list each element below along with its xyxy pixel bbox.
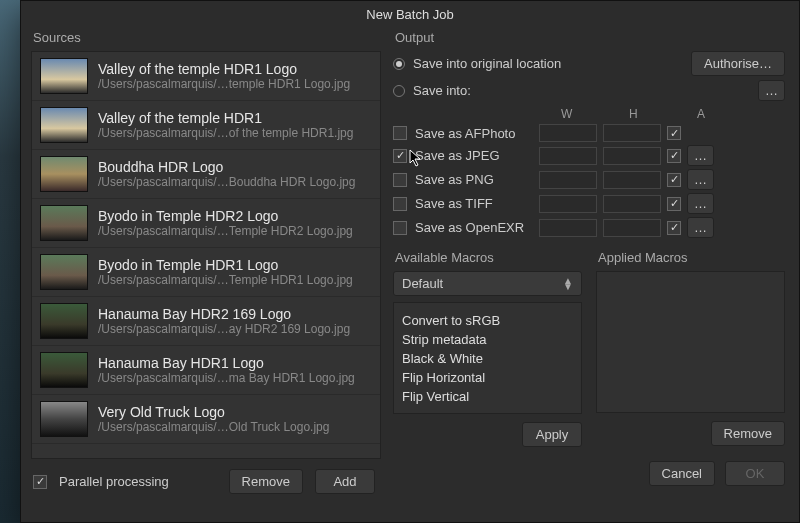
sources-label: Sources	[33, 30, 381, 45]
remove-macro-button[interactable]: Remove	[711, 421, 785, 446]
batch-job-dialog: New Batch Job Sources Valley of the temp…	[20, 0, 800, 523]
sources-add-button[interactable]: Add	[315, 469, 375, 494]
format-aspect-checkbox[interactable]	[667, 149, 681, 163]
macro-item[interactable]: Convert to sRGB	[402, 313, 573, 328]
format-label: Save as PNG	[415, 172, 494, 187]
format-label: Save as JPEG	[415, 148, 500, 163]
source-item[interactable]: Valley of the temple HDR1/Users/pascalma…	[32, 101, 380, 150]
macro-item[interactable]: Flip Vertical	[402, 389, 573, 404]
source-path: /Users/pascalmarquis/…ay HDR2 169 Logo.j…	[98, 322, 350, 336]
format-width-input[interactable]	[539, 171, 597, 189]
updown-icon: ▲▼	[563, 278, 573, 290]
source-name: Hanauma Bay HDR2 169 Logo	[98, 306, 350, 322]
macro-category-value: Default	[402, 276, 443, 291]
macro-item[interactable]: Flip Horizontal	[402, 370, 573, 385]
source-item[interactable]: Hanauma Bay HDR2 169 Logo/Users/pascalma…	[32, 297, 380, 346]
available-macros-actions: Apply	[393, 422, 582, 447]
source-thumbnail	[40, 352, 88, 388]
source-thumbnail	[40, 303, 88, 339]
left-panel: Sources Valley of the temple HDR1 Logo/U…	[21, 28, 381, 521]
source-thumbnail	[40, 205, 88, 241]
applied-macros-col: Applied Macros Remove	[596, 248, 785, 447]
format-row: Save as TIFF…	[393, 193, 785, 214]
format-aspect-checkbox[interactable]	[667, 197, 681, 211]
save-original-radio[interactable]	[393, 58, 405, 70]
format-checkbox[interactable]	[393, 197, 407, 211]
format-height-input[interactable]	[603, 219, 661, 237]
source-thumbnail	[40, 107, 88, 143]
save-original-row: Save into original location Authorise…	[393, 51, 785, 76]
source-thumbnail	[40, 401, 88, 437]
parallel-processing-checkbox[interactable]	[33, 475, 47, 489]
source-texts: Byodo in Temple HDR1 Logo/Users/pascalma…	[98, 257, 353, 287]
source-item[interactable]: Byodo in Temple HDR1 Logo/Users/pascalma…	[32, 248, 380, 297]
format-options-button[interactable]: …	[687, 169, 714, 190]
applied-macros-list[interactable]	[596, 271, 785, 413]
parallel-processing-label: Parallel processing	[59, 474, 169, 489]
source-texts: Valley of the temple HDR1 Logo/Users/pas…	[98, 61, 350, 91]
source-item[interactable]: Hanauma Bay HDR1 Logo/Users/pascalmarqui…	[32, 346, 380, 395]
format-checkbox[interactable]	[393, 221, 407, 235]
dialog-footer: Cancel OK	[393, 461, 785, 486]
format-width-input[interactable]	[539, 219, 597, 237]
format-checkbox[interactable]	[393, 149, 407, 163]
source-texts: Bouddha HDR Logo/Users/pascalmarquis/…Bo…	[98, 159, 355, 189]
source-name: Byodo in Temple HDR2 Logo	[98, 208, 353, 224]
dialog-content: Sources Valley of the temple HDR1 Logo/U…	[21, 28, 799, 521]
save-into-browse-button[interactable]: …	[758, 80, 785, 101]
save-into-label: Save into:	[413, 83, 471, 98]
macro-item[interactable]: Strip metadata	[402, 332, 573, 347]
format-width-input[interactable]	[539, 124, 597, 142]
format-width-input[interactable]	[539, 195, 597, 213]
source-texts: Hanauma Bay HDR2 169 Logo/Users/pascalma…	[98, 306, 350, 336]
ok-button[interactable]: OK	[725, 461, 785, 486]
available-macros-list[interactable]: Convert to sRGBStrip metadataBlack & Whi…	[393, 302, 582, 414]
format-height-input[interactable]	[603, 147, 661, 165]
authorise-button[interactable]: Authorise…	[691, 51, 785, 76]
format-height-input[interactable]	[603, 124, 661, 142]
format-checkbox[interactable]	[393, 126, 407, 140]
sources-remove-button[interactable]: Remove	[229, 469, 303, 494]
format-height-input[interactable]	[603, 171, 661, 189]
available-macros-col: Available Macros Default ▲▼ Convert to s…	[393, 248, 582, 447]
source-path: /Users/pascalmarquis/…ma Bay HDR1 Logo.j…	[98, 371, 355, 385]
format-aspect-checkbox[interactable]	[667, 126, 681, 140]
format-options-button[interactable]: …	[687, 193, 714, 214]
col-h-label: H	[629, 107, 689, 121]
format-width-input[interactable]	[539, 147, 597, 165]
source-thumbnail	[40, 156, 88, 192]
format-height-input[interactable]	[603, 195, 661, 213]
source-path: /Users/pascalmarquis/…temple HDR1 Logo.j…	[98, 77, 350, 91]
apply-macro-button[interactable]: Apply	[522, 422, 582, 447]
source-item[interactable]: Valley of the temple HDR1 Logo/Users/pas…	[32, 52, 380, 101]
source-path: /Users/pascalmarquis/…Bouddha HDR Logo.j…	[98, 175, 355, 189]
source-path: /Users/pascalmarquis/…Temple HDR1 Logo.j…	[98, 273, 353, 287]
col-a-label: A	[697, 107, 757, 121]
format-rows: Save as AFPhotoSave as JPEG…Save as PNG……	[393, 124, 785, 238]
source-path: /Users/pascalmarquis/…of the temple HDR1…	[98, 126, 353, 140]
source-name: Valley of the temple HDR1 Logo	[98, 61, 350, 77]
macro-category-select[interactable]: Default ▲▼	[393, 271, 582, 296]
dimension-headers: W H A	[561, 107, 785, 121]
col-w-label: W	[561, 107, 621, 121]
macro-item[interactable]: Black & White	[402, 351, 573, 366]
format-label: Save as TIFF	[415, 196, 493, 211]
format-aspect-checkbox[interactable]	[667, 173, 681, 187]
source-path: /Users/pascalmarquis/…Old Truck Logo.jpg	[98, 420, 329, 434]
save-into-radio[interactable]	[393, 85, 405, 97]
source-item[interactable]: Very Old Truck Logo/Users/pascalmarquis/…	[32, 395, 380, 444]
source-texts: Valley of the temple HDR1/Users/pascalma…	[98, 110, 353, 140]
format-options-button[interactable]: …	[687, 145, 714, 166]
format-checkbox[interactable]	[393, 173, 407, 187]
format-label: Save as AFPhoto	[415, 126, 515, 141]
sources-list[interactable]: Valley of the temple HDR1 Logo/Users/pas…	[31, 51, 381, 459]
source-name: Bouddha HDR Logo	[98, 159, 355, 175]
cancel-button[interactable]: Cancel	[649, 461, 715, 486]
format-options-button[interactable]: …	[687, 217, 714, 238]
source-item[interactable]: Bouddha HDR Logo/Users/pascalmarquis/…Bo…	[32, 150, 380, 199]
source-texts: Very Old Truck Logo/Users/pascalmarquis/…	[98, 404, 329, 434]
macros-area: Available Macros Default ▲▼ Convert to s…	[393, 248, 785, 447]
format-aspect-checkbox[interactable]	[667, 221, 681, 235]
source-name: Valley of the temple HDR1	[98, 110, 353, 126]
source-item[interactable]: Byodo in Temple HDR2 Logo/Users/pascalma…	[32, 199, 380, 248]
